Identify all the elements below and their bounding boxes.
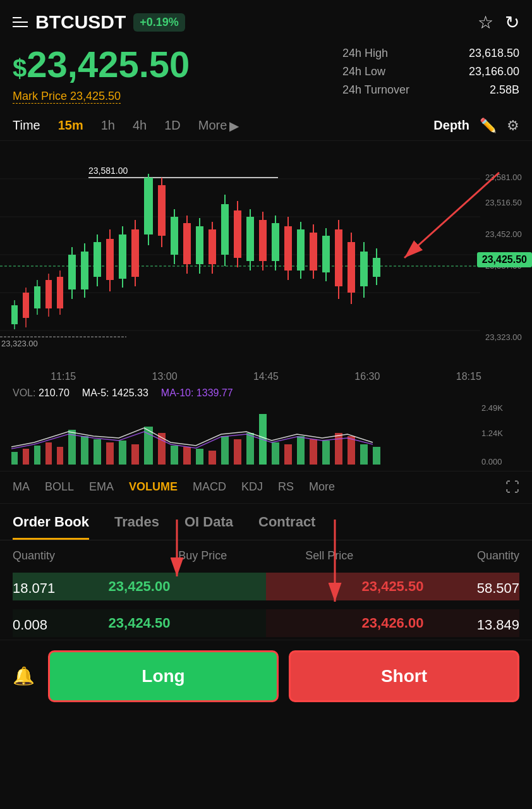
low-value: 23,166.00 <box>469 65 519 78</box>
high-label: 24h High <box>342 47 388 60</box>
svg-rect-136 <box>373 447 380 465</box>
svg-rect-31 <box>94 242 101 277</box>
settings-icon[interactable]: ⚙ <box>507 118 519 134</box>
pencil-icon[interactable]: ✏️ <box>480 118 497 134</box>
ind-macd[interactable]: MACD <box>193 480 226 494</box>
more-button[interactable]: More ▶ <box>198 118 239 133</box>
svg-rect-97 <box>373 258 380 277</box>
svg-rect-114 <box>94 439 101 465</box>
svg-rect-46 <box>158 185 166 236</box>
svg-line-106 <box>404 173 499 258</box>
svg-rect-125 <box>234 439 241 465</box>
svg-rect-132 <box>322 441 330 465</box>
svg-rect-73 <box>272 223 279 261</box>
svg-text:23,323.00: 23,323.00 <box>485 332 522 342</box>
svg-rect-111 <box>57 447 63 465</box>
volume-chart: 2.49K 1.24K 0.000 <box>0 401 532 471</box>
ind-more[interactable]: More <box>309 480 335 494</box>
tab-1d[interactable]: 1D <box>164 118 181 133</box>
header-buy-price: Buy Price <box>140 549 267 563</box>
volume-info: VOL: 210.70 MA-5: 1425.33 MA-10: 1339.77 <box>0 385 532 401</box>
expand-icon[interactable]: ⛶ <box>505 479 519 496</box>
ind-rs[interactable]: RS <box>278 480 294 494</box>
svg-rect-58 <box>209 229 216 264</box>
svg-rect-85 <box>322 236 330 272</box>
ind-ma[interactable]: MA <box>13 480 30 494</box>
order-book-body: 23,425.00 23,425.50 18.071 58.507 <box>0 573 532 603</box>
svg-rect-49 <box>171 217 178 255</box>
tab-contract[interactable]: Contract <box>258 514 315 540</box>
svg-rect-67 <box>246 217 254 261</box>
svg-rect-70 <box>259 220 267 261</box>
ind-kdj[interactable]: KDJ <box>241 480 263 494</box>
svg-rect-117 <box>131 444 139 465</box>
long-button[interactable]: Long <box>48 650 279 702</box>
time-13: 13:00 <box>152 371 178 382</box>
svg-rect-16 <box>34 286 40 308</box>
svg-rect-135 <box>360 444 368 465</box>
svg-rect-134 <box>348 436 355 465</box>
price-section: $23,425.50 Mark Price 23,425.50 24h High… <box>0 40 532 111</box>
svg-rect-13 <box>23 293 29 318</box>
tab-1h[interactable]: 1h <box>101 118 115 133</box>
header: BTCUSDT +0.19% ☆ ↻ <box>0 0 532 40</box>
row2-right-qty: 13.849 <box>393 617 520 633</box>
svg-rect-43 <box>144 178 153 234</box>
svg-rect-64 <box>234 210 241 258</box>
header-left: BTCUSDT +0.19% <box>13 11 185 33</box>
action-bar: 🔔 Long Short <box>0 640 532 712</box>
ind-ema[interactable]: EMA <box>89 480 114 494</box>
svg-rect-121 <box>183 447 191 465</box>
svg-rect-131 <box>310 439 317 465</box>
svg-text:23,516.50: 23,516.50 <box>485 198 522 207</box>
svg-rect-55 <box>196 226 203 264</box>
svg-rect-109 <box>34 446 40 465</box>
order-row-2: 0.008 13.849 <box>0 611 532 640</box>
tab-oi-data[interactable]: OI Data <box>184 514 233 540</box>
svg-rect-79 <box>297 229 305 271</box>
header-right: ☆ ↻ <box>478 12 519 33</box>
low-label: 24h Low <box>342 65 385 78</box>
svg-rect-34 <box>106 239 114 280</box>
tab-trades[interactable]: Trades <box>114 514 159 540</box>
svg-rect-88 <box>335 229 342 286</box>
svg-rect-122 <box>196 449 203 465</box>
ind-boll[interactable]: BOLL <box>45 480 74 494</box>
svg-rect-107 <box>11 452 18 465</box>
row2-left-qty: 0.008 <box>13 617 140 633</box>
svg-rect-115 <box>106 442 114 465</box>
svg-rect-123 <box>209 451 216 465</box>
svg-rect-94 <box>360 252 368 286</box>
star-icon[interactable]: ☆ <box>478 12 493 33</box>
svg-rect-82 <box>310 233 317 271</box>
svg-rect-76 <box>284 226 292 271</box>
depth-label[interactable]: Depth <box>433 118 469 133</box>
tab-order-book[interactable]: Order Book <box>13 514 89 540</box>
svg-rect-110 <box>45 442 52 465</box>
more-arrow-icon: ▶ <box>229 118 239 133</box>
ind-volume[interactable]: VOLUME <box>129 480 178 494</box>
order-row-1: 18.071 58.507 <box>0 574 532 603</box>
svg-rect-28 <box>81 252 88 289</box>
tab-time[interactable]: Time <box>13 118 40 133</box>
svg-rect-10 <box>11 305 18 324</box>
turnover-value: 2.58B <box>490 83 519 97</box>
svg-rect-130 <box>297 436 305 465</box>
time-1630: 16:30 <box>354 371 380 382</box>
menu-icon[interactable] <box>13 17 28 27</box>
tab-4h[interactable]: 4h <box>133 118 147 133</box>
svg-rect-113 <box>81 436 88 465</box>
ticker-name[interactable]: BTCUSDT <box>35 11 126 33</box>
price-stats: 24h High 23,618.50 24h Low 23,166.00 24h… <box>342 44 519 104</box>
svg-rect-124 <box>221 436 229 465</box>
short-button[interactable]: Short <box>289 650 519 702</box>
svg-rect-133 <box>335 433 342 465</box>
tab-15m[interactable]: 15m <box>58 118 83 133</box>
turnover-label: 24h Turnover <box>342 83 409 97</box>
svg-rect-116 <box>119 441 126 465</box>
svg-text:23,581.00: 23,581.00 <box>88 166 128 176</box>
time-1445: 14:45 <box>253 371 279 382</box>
svg-text:23,452.00: 23,452.00 <box>485 229 522 239</box>
refresh-icon[interactable]: ↻ <box>505 12 519 33</box>
bell-icon[interactable]: 🔔 <box>13 666 38 686</box>
